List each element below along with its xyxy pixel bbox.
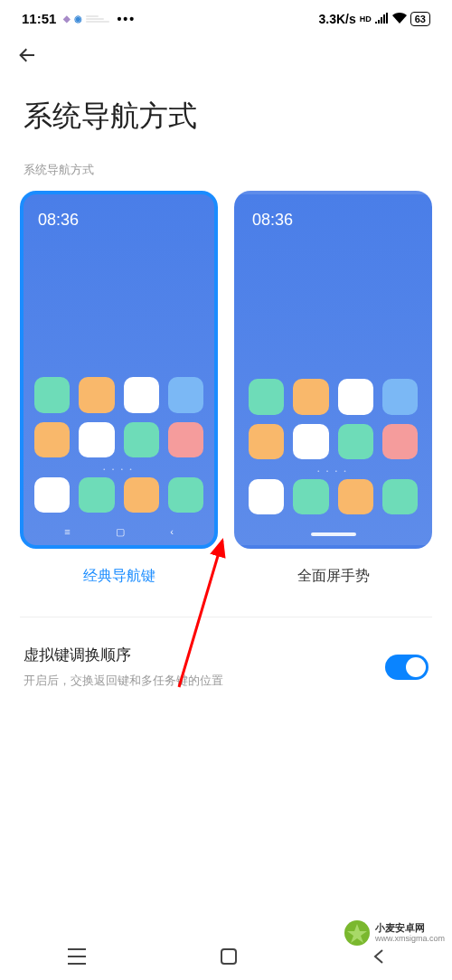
toggle-swap-nav[interactable]: [385, 655, 428, 680]
page-title: 系统导航方式: [0, 79, 452, 162]
preview-gesture: 08:36 • • • •: [234, 191, 432, 549]
status-icon-small: [86, 14, 109, 24]
status-time: 11:51: [22, 11, 56, 26]
wifi-icon: [392, 12, 407, 26]
preview-time: 08:36: [34, 211, 203, 230]
battery-icon: 63: [410, 12, 430, 26]
preview-page-dots: • • • •: [249, 468, 418, 474]
option-gesture-label: 全面屏手势: [234, 549, 432, 595]
preview-icon-grid: [249, 379, 418, 459]
option-gesture-nav[interactable]: 08:36 • • • • 全面屏手势: [234, 191, 432, 595]
status-more-icon: •••: [117, 12, 136, 26]
option-classic-label: 经典导航键: [20, 549, 218, 595]
watermark-name: 小麦安卓网: [375, 922, 445, 934]
preview-dock: [249, 479, 418, 514]
divider: [20, 617, 432, 617]
preview-classic: 08:36 • • • • ≡ ▢ ‹: [20, 191, 218, 549]
section-label: 系统导航方式: [0, 162, 452, 191]
home-icon: ▢: [116, 526, 125, 538]
sys-recent-button[interactable]: [68, 948, 86, 969]
sys-back-button[interactable]: [372, 948, 384, 969]
sys-home-button[interactable]: [221, 948, 237, 969]
preview-icon-grid: [34, 377, 203, 457]
system-nav-bar: [0, 937, 452, 980]
setting-title: 虚拟键调换顺序: [24, 645, 374, 665]
svg-rect-2: [221, 949, 236, 964]
preview-time: 08:36: [249, 211, 418, 230]
back-icon: ‹: [170, 526, 174, 537]
preview-page-dots: • • • •: [34, 466, 203, 472]
setting-swap-nav-order[interactable]: 虚拟键调换顺序 开启后，交换返回键和多任务键的位置: [0, 639, 452, 698]
preview-nav-buttons: ≡ ▢ ‹: [34, 522, 203, 538]
recent-icon: ≡: [64, 526, 70, 537]
status-speed: 3.3K/s: [319, 12, 356, 26]
setting-desc: 开启后，交换返回键和多任务键的位置: [24, 673, 374, 689]
option-classic-nav[interactable]: 08:36 • • • • ≡ ▢ ‹ 经典导航键: [20, 191, 218, 595]
preview-dock: [34, 477, 203, 513]
status-hd: HD: [360, 14, 372, 24]
back-button[interactable]: [16, 46, 38, 71]
preview-gesture-bar: [311, 532, 356, 536]
signal-icon: [375, 12, 389, 26]
status-notif-icons: ◆ ◉: [63, 14, 109, 24]
status-bar: 11:51 ◆ ◉ ••• 3.3K/s HD 63: [0, 0, 452, 30]
